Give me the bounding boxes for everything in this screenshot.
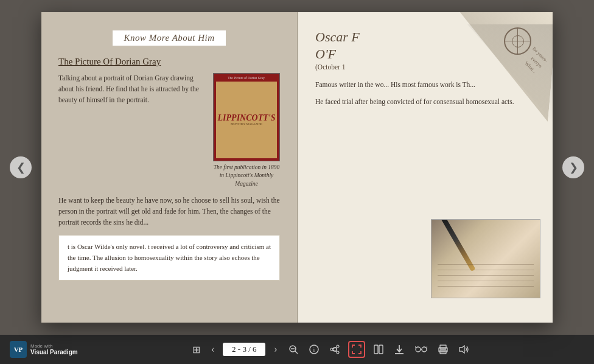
download-button[interactable]	[392, 342, 407, 357]
vp-logo-icon: VP	[10, 341, 27, 358]
info-button[interactable]: i	[307, 342, 321, 357]
main-reading-area: ❮ Know More About Him The Picture Of Dor…	[0, 0, 594, 335]
right-page: Oscar F O'F (October 1 Famous writer in …	[297, 12, 553, 323]
vp-made-with-label: Made with	[30, 343, 78, 349]
quote-text: t is Oscar Wilde's only novel. t receive…	[68, 243, 271, 271]
quote-box: t is Oscar Wilde's only novel. t receive…	[58, 235, 280, 281]
prev-page-button[interactable]: ‹	[209, 341, 217, 357]
svg-rect-20	[440, 345, 446, 349]
toolbar-left: VP Made with Visual Paradigm	[10, 341, 78, 358]
grid-view-button[interactable]: ⊞	[190, 341, 203, 358]
glasses-button[interactable]	[413, 343, 430, 356]
article-paragraph-2: He want to keep the beauty he have now, …	[58, 195, 280, 228]
left-arrow-icon: ❮	[16, 161, 26, 174]
book-spread: Know More About Him The Picture Of Doria…	[41, 12, 553, 323]
vp-logo: VP Made with Visual Paradigm	[10, 341, 78, 358]
nav-prev-button[interactable]: ❮	[10, 156, 32, 178]
zoom-out-button[interactable]	[286, 342, 301, 357]
svg-rect-12	[379, 345, 383, 354]
paper-lines	[438, 264, 534, 292]
lippincott-subtitle: MONTHLY MAGAZINE	[231, 122, 262, 127]
book-caption-text: The first publication in 1890 in Lippinc…	[213, 164, 280, 188]
svg-point-6	[337, 345, 339, 348]
volume-button[interactable]	[456, 343, 472, 356]
toolbar-center: ⊞ ‹ 2 - 3 / 6 › i	[190, 341, 472, 358]
svg-point-15	[416, 347, 421, 352]
pen-illustration	[432, 220, 540, 298]
left-page-header: Know More About Him	[58, 30, 280, 46]
svg-rect-11	[374, 345, 378, 354]
toolbar: VP Made with Visual Paradigm ⊞ ‹ 2 - 3 /…	[0, 335, 594, 364]
left-page: Know More About Him The Picture Of Doria…	[41, 12, 297, 323]
vp-logo-text: Made with Visual Paradigm	[30, 343, 78, 355]
right-page-title-line1: Oscar F	[315, 29, 536, 45]
right-page-dates: (October 1	[315, 63, 536, 71]
right-page-paragraph-2: He faced trial after being convicted of …	[315, 96, 536, 107]
pages-view-button[interactable]	[371, 342, 386, 357]
right-arrow-icon: ❯	[569, 161, 578, 174]
book-cover-top-text: The Picture of Dorian Gray.	[228, 76, 265, 80]
svg-marker-25	[459, 346, 464, 353]
page-number-display[interactable]: 2 - 3 / 6	[223, 343, 265, 356]
article-paragraph-1: Talking about a portrait of Dorian Gray …	[58, 73, 204, 188]
svg-line-19	[427, 346, 427, 348]
svg-text:i: i	[313, 346, 315, 353]
svg-point-16	[422, 347, 427, 352]
svg-point-7	[337, 351, 339, 354]
svg-line-1	[295, 351, 298, 354]
page-section-title: Know More About Him	[113, 30, 225, 46]
nav-next-button[interactable]: ❯	[562, 156, 584, 178]
vp-product-name: Visual Paradigm	[30, 349, 78, 355]
book-cover-image: The Picture of Dorian Gray. LIPPINCOTT'S…	[213, 73, 280, 161]
lippincott-title: LIPPINCOTT'S	[218, 114, 276, 122]
right-page-inner: Oscar F O'F (October 1 Famous writer in …	[298, 12, 553, 323]
print-button[interactable]	[436, 342, 450, 357]
book-cover-area: The Picture of Dorian Gray. LIPPINCOTT'S…	[213, 73, 280, 188]
svg-point-8	[330, 348, 333, 351]
fullscreen-button[interactable]	[348, 341, 365, 358]
share-button[interactable]	[327, 342, 342, 357]
next-page-button[interactable]: ›	[271, 341, 279, 357]
right-page-paragraph-1: Famous writer in the wo... His most famo…	[315, 79, 536, 90]
lippincott-box: LIPPINCOTT'S MONTHLY MAGAZINE	[216, 82, 277, 158]
article-title: The Picture Of Dorian Gray	[58, 57, 280, 67]
right-page-title-line2: O'F	[315, 46, 536, 62]
svg-line-18	[415, 346, 416, 348]
writing-image	[431, 219, 540, 298]
article-content-area: Talking about a portrait of Dorian Gray …	[58, 73, 280, 188]
